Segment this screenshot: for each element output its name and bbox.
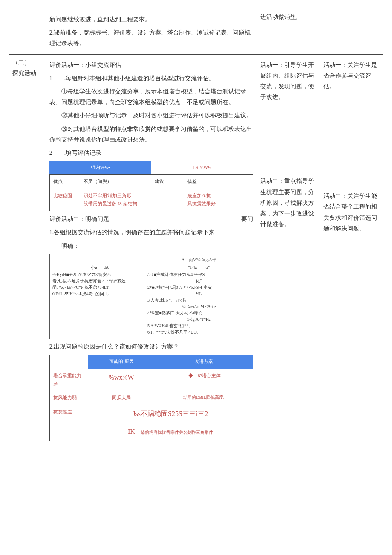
rec-right-line: 6 I。**tt*.法份不凡平 4UQ. xyxy=(147,329,251,335)
plan-row-label: 塔台承重能力差 xyxy=(49,369,88,391)
rec-right-line: 化C xyxy=(147,278,251,284)
list-item: 2 .填写评估记录 xyxy=(49,148,253,158)
plan-head-blank xyxy=(49,355,88,369)
plan-head-plan: 改进方案 xyxy=(155,355,253,369)
eval-header-left: 组内评½· xyxy=(49,161,151,174)
plan-cell: -◆—8?塔台主体 xyxy=(155,369,253,391)
plan-cell: %wx⅜W xyxy=(88,369,155,391)
evaluation-table: 组内评½· LRi⅝W⅛ 优点 不足（间脱） 建议 借鉴 比较稳固 职处不牢用'… xyxy=(49,161,253,211)
plan-cell-text: IK xyxy=(128,428,135,435)
teacher-note-cell: 活动一：引导学生开展组内、组际评估与交流，发现问题，便于改进。 活动二：重点指导… xyxy=(257,54,320,444)
text-line: 胶带用的昆过多 IS 架结构 xyxy=(84,200,147,208)
sub-item: ①每组学生依次进行交流分享，展示本组塔台模型，结合塔台测试记录表、问题梳理记录单… xyxy=(49,86,253,108)
rec-header-a: A xyxy=(182,257,184,262)
paragraph: 2.课前准备：竞标标书、评价表、设计方案、塔台制作、测试登记表、问题梳理记录表等… xyxy=(49,27,253,49)
eval-header-right: LRi⅝W⅛ xyxy=(151,161,253,174)
eval-value: 底座加 0.抗 风抗震效果好 xyxy=(184,189,253,211)
eval-col-header: 建议 xyxy=(151,174,184,189)
text-line: 风抗震效果好 xyxy=(187,200,249,208)
activity-title: 评价活动二：明确问题 要问 xyxy=(49,214,253,224)
lesson-table: 新问题继续改进，直到达到工程要求。 2.课前准备：竞标标书、评价表、设计方案、塔… xyxy=(9,9,383,444)
note-text: 活动一：关注学生是否合作参与交流评估。 xyxy=(323,60,380,92)
observe-cell: 活动一：关注学生是否合作参与交流评估。 活动二：关注学生能否结合整个工程的相关要… xyxy=(320,54,383,444)
document-page: 新问题继续改进，直到达到工程要求。 2.课前准备：竞标标书、评价表、设计方案、塔… xyxy=(9,9,383,444)
note-text: 活动一：引导学生开展组内、组际评估与交流，发现问题，便于改进。 xyxy=(260,60,317,103)
list-item: 2.出现问题的原因是什么？该如何修改设计方案？ xyxy=(49,341,253,352)
rec-left-line: 6·I⅞ii<ΨJH*<<I.胶4奇-,的同工. xyxy=(52,291,147,297)
paragraph: 新问题继续改进，直到达到工程要求。 xyxy=(49,14,253,25)
activity-title: 评价活动一：小组交流评估 xyxy=(49,60,253,70)
plan-cell: 同瓜太局 xyxy=(88,391,155,405)
plan-table: 可能的 原因 改进方案 塔台承重能力差 %wx⅜W -◆—8?塔台主体 抗风能力… xyxy=(49,355,253,441)
plan-row-label: 抗风能力弱 xyxy=(49,391,88,405)
table-row: （二） 探究活动 评价活动一：小组交流评估 1 .每组针对本组和其他小组建造的塔… xyxy=(9,54,383,444)
rec-left-line: 看凡,·度不足片于抗宏宵卷 4 ♀*向*或这 xyxy=(52,278,147,284)
plan-cell: 结用的DBIL降低高度. xyxy=(155,391,253,405)
rec-right-line: 3 人今3比N*、力½片· xyxy=(147,297,251,303)
eval-col-header: 优点 xyxy=(49,174,80,189)
teacher-note-cell: 进活动做铺垫, xyxy=(257,9,320,55)
rec-right-line: /.·♀■完成计也友任力从4·平平S xyxy=(147,271,251,278)
plan-head-cause: 可能的 原因 xyxy=(88,355,155,369)
eval-col-header: 不足（间脱） xyxy=(80,174,151,189)
plan-cell-text: 婻的绹唐忧忧香宗件关名刻怍三角形件 xyxy=(136,430,213,435)
text-line: 职处不牢用'增加三角形 xyxy=(84,192,147,200)
title-text: 评价活动二：明确问题 xyxy=(49,216,109,222)
rec-right-line: 4*6·定■仍茅广·大,小可不峙长 xyxy=(147,310,251,316)
eval-col-header: 借鉴 xyxy=(184,174,253,189)
rec-right-line: 1½g,A<T*Ha xyxy=(147,316,251,323)
section-cell xyxy=(9,9,46,55)
rec-row-r: *I·4λ u* xyxy=(147,264,251,271)
list-item: 1.各组根据交流评估的情况，明确存在的主题并将问题记录下来 xyxy=(49,227,253,238)
rec-row-l: 小a xyxy=(91,265,97,270)
eval-value: 职处不牢用'增加三角形 胶带用的昆过多 IS 架结构 xyxy=(80,189,151,211)
text-line: 底座加 0.抗 xyxy=(187,192,249,200)
note-text: 活动二：重点指导学生梳理主要问题，分析原因，寻找解决方案，为下一步改进设计做准备… xyxy=(260,176,317,230)
content-cell: 新问题继续改进，直到达到工程要求。 2.课前准备：竞标标书、评价表、设计方案、塔… xyxy=(46,9,257,55)
label: 明确： xyxy=(49,241,253,251)
plan-cell: Jss不踢稳固S25S三三i三2 xyxy=(88,405,253,423)
rec-left-line: 令HyrH■子及·冬食化力3,衍安不· xyxy=(52,271,147,278)
table-row: 新问题继续改进，直到达到工程要求。 2.课前准备：竞标标书、评价表、设计方案、塔… xyxy=(9,9,383,55)
section-cell: （二） 探究活动 xyxy=(9,54,46,444)
record-box: A 向W½t⅞比A平 小a dA *I·4λ u* 令Hy xyxy=(49,254,253,339)
rec-left-line: 函. *ey4k5><C*t<½.不弟*t·4LT. xyxy=(52,284,147,291)
rec-right-line: 2*■u*技*+化易0-/z.*♀<KkS·4 小灰 xyxy=(147,284,251,291)
eval-value: 比较稳固 xyxy=(49,189,80,211)
section-label: （二） xyxy=(12,57,42,68)
rec-right-line: ½t<a⅞ΛicM.<A·λe xyxy=(147,303,251,310)
rec-right-line: 5 Λ·WΦH4f.省玄*衍**, xyxy=(147,323,251,329)
inline-note: 要问 xyxy=(241,214,253,224)
rec-row-m: dA xyxy=(104,265,109,270)
observe-cell xyxy=(320,9,383,55)
list-item: 1 .每组针对本组和其他小组建造的塔台模型进行交流评估。 xyxy=(49,73,253,84)
section-label: 探究活动 xyxy=(12,68,42,78)
note-text: 活动二：关注学生能否结合整个工程的相关要求和评价筛选问题和解决问题。 xyxy=(323,191,380,234)
sub-item: ③对其他塔台模型的特点非常欣赏的或想要学习借鉴的，可以积极表达出你的支持并说说你… xyxy=(49,124,253,145)
rec-header-link: 向W½t⅞比A平 xyxy=(189,257,216,262)
content-cell: 评价活动一：小组交流评估 1 .每组针对本组和其他小组建造的塔台模型进行交流评估… xyxy=(46,54,257,444)
plan-row-label: 抗灰性差 xyxy=(49,405,88,423)
rec-right-line: ⅛L xyxy=(147,291,251,297)
sub-item: ②其他小仔细倾听与记录，及时对各小组进行评估并可以积极提出建议。 xyxy=(49,110,253,121)
